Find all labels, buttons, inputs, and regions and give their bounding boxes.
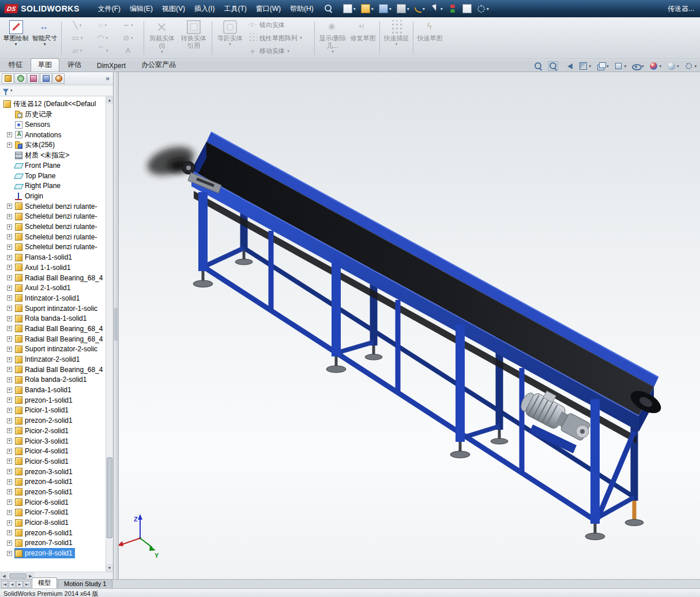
zoom-fit-button[interactable]	[533, 61, 543, 71]
scroll-left-arrow[interactable]: ◀	[0, 572, 8, 580]
tab-prev-button[interactable]: ◀	[9, 581, 16, 588]
dropdown-caret[interactable]: ▾	[106, 36, 108, 40]
display-delete-relations-button[interactable]: 显示/删除几... ▾	[318, 19, 348, 57]
expander-icon[interactable]: +	[7, 438, 12, 444]
dropdown-caret[interactable]: ▾	[642, 64, 644, 69]
dropdown-caret[interactable]: ▾	[229, 42, 231, 47]
expander-icon[interactable]: +	[7, 204, 12, 209]
undo-button[interactable]: ▾	[414, 4, 426, 13]
tab-last-button[interactable]: ▶|	[24, 581, 31, 588]
spline-tool-button[interactable]: ∼▾	[115, 19, 141, 32]
rapid-sketch-button[interactable]: 快速草图	[416, 19, 443, 57]
expander-icon[interactable]: +	[7, 377, 12, 382]
tree-item[interactable]: +Radial Ball Bearing_68_4	[0, 324, 106, 334]
linear-sketch-pattern-button[interactable]: 线性草图阵列 ▾	[247, 32, 311, 44]
dropdown-caret[interactable]: ▾	[106, 48, 108, 53]
dropdown-caret[interactable]: ▾	[80, 23, 82, 28]
new-file-button[interactable]: ▾	[343, 3, 356, 14]
tree-item[interactable]: +prezon-2-solid1	[0, 415, 106, 426]
tree-item[interactable]: 材质 <未指定>	[0, 150, 106, 160]
dropdown-caret[interactable]: ▾	[43, 42, 46, 47]
tree-item[interactable]: +Axul 2-1-solid1	[0, 283, 106, 293]
repair-sketch-button[interactable]: 修复草图	[349, 19, 377, 57]
options-button[interactable]: ▾	[476, 4, 490, 14]
view-orientation-button[interactable]: ▾	[596, 61, 609, 71]
tree-item[interactable]: +Scheletul benzi rulante-	[0, 221, 106, 232]
tree-item[interactable]: +Scheletul benzi rulante-	[0, 212, 106, 222]
tab-next-button[interactable]: ▶	[16, 581, 23, 588]
tree-item[interactable]: +Scheletul benzi rulante-	[0, 232, 106, 242]
expander-icon[interactable]: +	[7, 459, 12, 464]
tree-item[interactable]: +Intinzator-2-solid1	[0, 354, 106, 365]
trim-entities-button[interactable]: 剪裁实体(I) ▾	[147, 19, 177, 57]
tree-item[interactable]: +Axul 1-1-solid1	[0, 262, 106, 273]
tree-item[interactable]: +prezon-5-solid1	[0, 487, 106, 497]
dropdown-caret[interactable]: ▾	[131, 23, 133, 28]
dropdown-caret[interactable]: ▾	[423, 6, 425, 12]
tree-item[interactable]: +prezon-8-solid1	[0, 548, 106, 558]
expander-icon[interactable]: +	[7, 234, 12, 239]
dropdown-caret[interactable]: ▾	[487, 6, 489, 12]
tree-item[interactable]: +prezon-1-solid1	[0, 395, 106, 405]
expander-icon[interactable]: +	[7, 500, 12, 505]
convert-entities-button[interactable]: 转换实体引用	[179, 19, 209, 57]
configurationmanager-tab[interactable]	[27, 73, 39, 84]
view-settings-button[interactable]: ▾	[684, 61, 697, 71]
rectangle-tool-button[interactable]: ▭▾	[65, 32, 90, 44]
sketch-button[interactable]: 草图绘制 ▾	[2, 19, 29, 57]
tree-item[interactable]: +prezon-7-solid1	[0, 538, 106, 549]
circle-tool-button[interactable]: ○▾	[90, 19, 115, 32]
tree-item[interactable]: +Picior-4-solid1	[0, 446, 106, 456]
scroll-thumb[interactable]	[9, 573, 27, 579]
tree-item[interactable]: +Scheletul benzi rulante-	[0, 201, 106, 212]
expander-icon[interactable]: +	[7, 295, 12, 301]
featuremanager-tab[interactable]	[2, 73, 14, 84]
expander-icon[interactable]: +	[7, 469, 12, 474]
tree-item[interactable]: +Rola banda-1-solid1	[0, 313, 106, 324]
expander-icon[interactable]: +	[7, 224, 12, 230]
expander-icon[interactable]: +	[7, 347, 12, 352]
expander-icon[interactable]: +	[7, 418, 12, 423]
tree-item[interactable]: Origin	[0, 191, 106, 201]
rebuild-button[interactable]	[447, 3, 458, 14]
tree-item[interactable]: +Suport intinzator-1-solic	[0, 303, 106, 314]
dropdown-caret[interactable]: ▾	[131, 36, 133, 40]
scroll-up-arrow[interactable]: ▲	[106, 96, 113, 104]
offset-entities-button[interactable]: 等距实体 ▾	[215, 19, 245, 57]
menu-item[interactable]: 插入(I)	[190, 2, 219, 16]
tree-item[interactable]: Top Plane	[0, 171, 106, 181]
tab-草图[interactable]: 草图	[31, 58, 59, 72]
slot-tool-button[interactable]: ▱▾	[65, 44, 90, 57]
menu-item[interactable]: 文件(F)	[93, 2, 125, 16]
expander-icon[interactable]: +	[7, 326, 12, 331]
expander-icon[interactable]: +	[7, 428, 12, 433]
move-entities-button[interactable]: 移动实体 ▾	[247, 45, 311, 57]
tab-办公室产品[interactable]: 办公室产品	[134, 58, 183, 72]
dropdown-caret[interactable]: ▾	[161, 50, 163, 54]
tree-item[interactable]: 传送器12 (Default<<Defaul	[0, 99, 106, 110]
tab-DimXpert[interactable]: DimXpert	[89, 60, 133, 72]
expander-icon[interactable]: +	[7, 540, 12, 546]
dropdown-caret[interactable]: ▾	[371, 6, 374, 12]
tree-item[interactable]: +Picior-7-solid1	[0, 508, 106, 518]
mirror-entities-button[interactable]: 镜向实体	[247, 19, 311, 31]
tree-item[interactable]: +实体(256)	[0, 140, 106, 151]
tree-item[interactable]: +prezon-6-solid1	[0, 528, 106, 538]
fillet-tool-button[interactable]: ⌒▾	[90, 44, 115, 57]
expander-icon[interactable]: +	[7, 255, 12, 260]
menu-item[interactable]: 工具(T)	[219, 2, 251, 16]
expander-icon[interactable]: +	[7, 336, 12, 341]
dropdown-caret[interactable]: ▾	[332, 50, 334, 54]
filter-caret-icon[interactable]: ▾	[10, 88, 13, 93]
dropdown-caret[interactable]: ▾	[694, 64, 697, 69]
expander-icon[interactable]: +	[7, 449, 12, 454]
expander-icon[interactable]: +	[7, 367, 12, 372]
expander-icon[interactable]: +	[7, 245, 12, 250]
expander-icon[interactable]: +	[7, 489, 12, 494]
scroll-down-arrow[interactable]: ▼	[106, 564, 113, 572]
dimxpertmanager-tab[interactable]	[40, 73, 52, 84]
line-tool-button[interactable]: ╲▾	[65, 19, 90, 32]
arc-tool-button[interactable]: ◠▾	[90, 32, 115, 44]
menu-item[interactable]: 帮助(H)	[285, 2, 318, 16]
tree-item[interactable]: +Radial Ball Bearing_68_4	[0, 273, 106, 283]
